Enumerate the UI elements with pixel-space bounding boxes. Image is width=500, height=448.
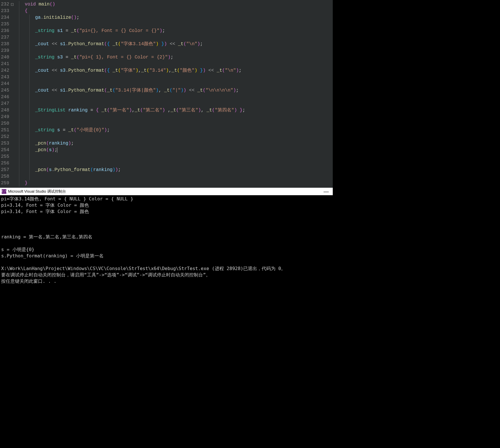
code-content[interactable]: _pcn(ranking);: [35, 140, 74, 147]
code-line[interactable]: 235: [0, 21, 333, 28]
code-line[interactable]: 232−void main(): [0, 1, 333, 8]
line-number: 253: [0, 140, 14, 147]
code-line[interactable]: 236_string s1 = _t("pi={}, Font = {} Col…: [0, 28, 333, 34]
line-number: 241: [0, 61, 14, 67]
code-line[interactable]: 253_pcn(ranking);: [0, 140, 333, 147]
line-number: 239: [0, 48, 14, 54]
code-line[interactable]: 257_pcn(s.Python_format(ranking));: [0, 167, 333, 173]
code-line[interactable]: 239: [0, 48, 333, 54]
code-line[interactable]: 248_StringList ranking = { _t("第一名"),_t(…: [0, 107, 333, 114]
line-number: 255: [0, 153, 14, 160]
minimize-icon[interactable]: —: [321, 189, 331, 193]
line-number: 238: [0, 41, 14, 48]
code-line[interactable]: 247: [0, 100, 333, 107]
code-line[interactable]: 255: [0, 153, 333, 160]
code-line[interactable]: 254_pcn(s);: [0, 147, 333, 153]
code-content[interactable]: }: [25, 180, 28, 187]
code-content[interactable]: _cout << s3.Python_format({ _t("字体"),_t(…: [35, 67, 242, 74]
code-line[interactable]: 237: [0, 34, 333, 41]
code-line[interactable]: 256: [0, 160, 333, 167]
line-number: 248: [0, 107, 14, 114]
line-number: 259: [0, 180, 14, 187]
line-number: 244: [0, 81, 14, 87]
code-line[interactable]: 242_cout << s3.Python_format({ _t("字体"),…: [0, 67, 333, 74]
code-content[interactable]: _pcn(s);: [35, 147, 57, 153]
line-number: 243: [0, 74, 14, 81]
code-line[interactable]: 244: [0, 81, 333, 87]
console-title: Microsoft Visual Studio 调试控制台: [8, 189, 66, 194]
code-line[interactable]: 241: [0, 61, 333, 67]
code-line[interactable]: 245_cout << s1.Python_format(_t("3.14|字体…: [0, 87, 333, 94]
line-number: 247: [0, 100, 14, 107]
code-line[interactable]: 234ga.initialize();: [0, 14, 333, 21]
line-number: 236: [0, 28, 14, 34]
line-number: 245: [0, 87, 14, 94]
code-line[interactable]: 250: [0, 120, 333, 127]
text-cursor: [57, 147, 57, 153]
code-line[interactable]: 246: [0, 94, 333, 100]
code-line[interactable]: 240_string s3 = _t("pi={ 1}, Font = {} C…: [0, 54, 333, 61]
line-number: 250: [0, 120, 14, 127]
line-number: 251: [0, 127, 14, 134]
code-line[interactable]: 258: [0, 173, 333, 180]
vs-icon: C:\: [2, 189, 6, 194]
line-number: 246: [0, 94, 14, 100]
line-number: 257: [0, 167, 14, 173]
outline-collapse-icon[interactable]: −: [11, 3, 14, 6]
line-number: 237: [0, 34, 14, 41]
code-content[interactable]: _string s = _t("小明是{0}");: [35, 127, 110, 134]
console-titlebar[interactable]: C:\ Microsoft Visual Studio 调试控制台 —: [0, 188, 333, 195]
code-content[interactable]: _StringList ranking = { _t("第一名"),_t("第二…: [35, 107, 245, 114]
line-number: 242: [0, 67, 14, 74]
line-number: 235: [0, 21, 14, 28]
code-content[interactable]: _cout << s1.Python_format(_t("3.14|字体|颜色…: [35, 87, 239, 94]
console-output[interactable]: pi=字体3.14颜色, Font = { NULL } Color = { N…: [0, 195, 333, 302]
code-line[interactable]: 233{: [0, 8, 333, 14]
code-content[interactable]: _cout << s1.Python_format({ _t("字体3.14颜色…: [35, 41, 203, 48]
line-number: 256: [0, 160, 14, 167]
code-content[interactable]: _string s3 = _t("pi={ 1}, Font = {} Colo…: [35, 54, 173, 61]
line-number: 234: [0, 14, 14, 21]
line-number: 249: [0, 114, 14, 120]
code-content[interactable]: void main(): [25, 1, 55, 8]
line-number: 252: [0, 134, 14, 140]
code-content[interactable]: ga.initialize();: [35, 14, 79, 21]
code-content[interactable]: _string s1 = _t("pi={}, Font = {} Color …: [35, 28, 165, 34]
line-number: 240: [0, 54, 14, 61]
code-content[interactable]: {: [25, 8, 28, 14]
code-content[interactable]: _pcn(s.Python_format(ranking));: [35, 167, 121, 173]
code-line[interactable]: 251_string s = _t("小明是{0}");: [0, 127, 333, 134]
code-editor[interactable]: 232−void main()233{234ga.initialize();23…: [0, 0, 333, 188]
line-number: 254: [0, 147, 14, 153]
line-number: 258: [0, 173, 14, 180]
code-line[interactable]: 259}: [0, 180, 333, 187]
code-line[interactable]: 238_cout << s1.Python_format({ _t("字体3.1…: [0, 41, 333, 48]
code-line[interactable]: 243: [0, 74, 333, 81]
code-line[interactable]: 252: [0, 134, 333, 140]
line-number: 233: [0, 8, 14, 14]
code-line[interactable]: 249: [0, 114, 333, 120]
